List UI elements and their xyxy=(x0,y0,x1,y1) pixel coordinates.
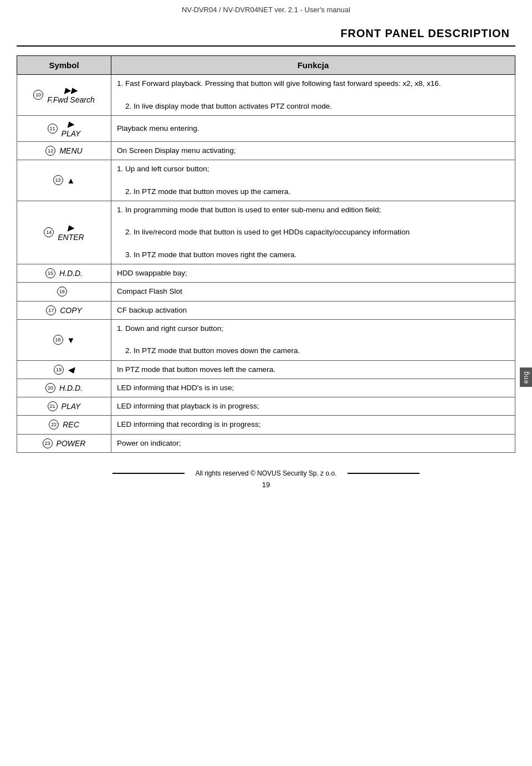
function-text: HDD swappable bay; xyxy=(117,269,187,277)
function-text: 2. In PTZ mode that button moves up the … xyxy=(117,186,509,197)
function-text: 2. In live/record mode that button is us… xyxy=(117,227,509,238)
symbol-cell: 16 xyxy=(17,283,111,301)
function-text: LED informing that playback is in progre… xyxy=(117,402,259,410)
symbol-icon: ◀ xyxy=(68,365,74,375)
footer-line: All rights reserved © NOVUS Security Sp.… xyxy=(0,469,532,477)
function-text: 1. Up and left cursor button; xyxy=(117,164,509,175)
symbol-cell: 14▶ENTER xyxy=(17,201,111,264)
symbol-label: PLAY xyxy=(62,402,81,411)
symbol-cell: 19◀ xyxy=(17,360,111,379)
page-number: 19 xyxy=(0,481,532,489)
symbol-label: ENTER xyxy=(58,233,84,242)
function-cell: CF backup activation xyxy=(111,301,515,319)
circle-number: 11 xyxy=(48,124,58,134)
function-text: LED informing that recording is in progr… xyxy=(117,420,261,428)
function-cell: HDD swappable bay; xyxy=(111,264,515,283)
function-cell: 1. Fast Forward playback. Pressing that … xyxy=(111,75,515,116)
function-text: In PTZ mode that button moves left the c… xyxy=(117,365,275,374)
function-cell: LED informing that playback is in progre… xyxy=(111,397,515,416)
footer-copyright: All rights reserved © NOVUS Security Sp.… xyxy=(196,469,337,477)
section-title: FRONT PANEL DESCRIPTION xyxy=(0,17,532,45)
circle-number: 13 xyxy=(53,175,63,185)
circle-number: 12 xyxy=(45,146,55,156)
symbol-cell: 11▶PLAY xyxy=(17,115,111,141)
function-text: 2. In PTZ mode that button moves down th… xyxy=(117,345,509,356)
table-row: 20H.D.D.LED informing that HDD's is in u… xyxy=(17,379,515,397)
symbol-label: H.D.D. xyxy=(59,269,83,278)
function-text: Playback menu entering. xyxy=(117,124,200,132)
symbol-icon: ▶▶ xyxy=(64,85,78,95)
function-text: 3. In PTZ mode that button moves right t… xyxy=(117,249,509,261)
circle-number: 20 xyxy=(45,383,55,393)
function-text: On Screen Display menu activating; xyxy=(117,146,236,155)
circle-number: 18 xyxy=(53,335,63,345)
function-text: 2. In live display mode that button acti… xyxy=(117,101,509,112)
symbol-cell: 17COPY xyxy=(17,301,111,319)
table-row: 19◀In PTZ mode that button moves left th… xyxy=(17,360,515,379)
circle-number: 15 xyxy=(45,268,55,278)
function-text: CF backup activation xyxy=(117,306,187,314)
main-table-wrapper: Symbol Funkcja 10▶▶F.Fwd Search1. Fast F… xyxy=(17,55,515,453)
function-cell: In PTZ mode that button moves left the c… xyxy=(111,360,515,379)
footer-bar-right xyxy=(347,473,420,474)
symbol-cell: 20H.D.D. xyxy=(17,379,111,397)
symbol-label: H.D.D. xyxy=(59,384,83,392)
function-cell: LED informing that HDD's is in use; xyxy=(111,379,515,397)
top-divider xyxy=(17,45,515,47)
symbol-cell: 18▼ xyxy=(17,319,111,360)
col-function-header: Funkcja xyxy=(111,56,515,75)
symbol-icon: ▶ xyxy=(68,119,74,129)
table-row: 10▶▶F.Fwd Search1. Fast Forward playback… xyxy=(17,75,515,116)
function-text: Power on indicator; xyxy=(117,439,181,447)
circle-number: 21 xyxy=(48,401,58,411)
function-cell: On Screen Display menu activating; xyxy=(111,141,515,160)
symbol-label: POWER xyxy=(57,439,86,448)
symbol-cell: 10▶▶F.Fwd Search xyxy=(17,75,111,116)
symbol-label: REC xyxy=(63,420,79,429)
circle-number: 22 xyxy=(49,420,59,430)
table-row: 15H.D.D.HDD swappable bay; xyxy=(17,264,515,283)
function-cell: LED informing that recording is in progr… xyxy=(111,416,515,434)
symbol-cell: 21PLAY xyxy=(17,397,111,416)
circle-number: 10 xyxy=(33,90,43,100)
table-row: 11▶PLAYPlayback menu entering. xyxy=(17,115,515,141)
function-text: 1. Down and right cursor button; xyxy=(117,323,509,334)
table-row: 16Compact Flash Slot xyxy=(17,283,515,301)
function-cell: 1. In programming mode that button is us… xyxy=(111,201,515,264)
symbol-cell: 23POWER xyxy=(17,434,111,452)
function-cell: Power on indicator; xyxy=(111,434,515,452)
table-row: 12MENUOn Screen Display menu activating; xyxy=(17,141,515,160)
symbol-icon: ▼ xyxy=(67,335,75,345)
symbol-icon: ▶ xyxy=(68,223,74,233)
function-text: Compact Flash Slot xyxy=(117,287,182,295)
function-cell: 1. Up and left cursor button;2. In PTZ m… xyxy=(111,160,515,201)
language-tab: eng xyxy=(520,367,532,387)
table-row: 22RECLED informing that recording is in … xyxy=(17,416,515,434)
function-cell: 1. Down and right cursor button;2. In PT… xyxy=(111,319,515,360)
function-cell: Playback menu entering. xyxy=(111,115,515,141)
table-header-row: Symbol Funkcja xyxy=(17,56,515,75)
circle-number: 19 xyxy=(54,365,64,375)
symbol-cell: 15H.D.D. xyxy=(17,264,111,283)
footer-bar-left xyxy=(112,473,185,474)
function-text: LED informing that HDD's is in use; xyxy=(117,384,234,392)
symbol-cell: 22REC xyxy=(17,416,111,434)
table-row: 21PLAYLED informing that playback is in … xyxy=(17,397,515,416)
function-text: 1. In programming mode that button is us… xyxy=(117,205,509,216)
circle-number: 16 xyxy=(57,287,67,297)
table-row: 18▼1. Down and right cursor button;2. In… xyxy=(17,319,515,360)
symbol-label: F.Fwd Search xyxy=(47,95,94,104)
function-cell: Compact Flash Slot xyxy=(111,283,515,301)
symbol-icon: ▲ xyxy=(67,176,75,185)
table-row: 14▶ENTER1. In programming mode that butt… xyxy=(17,201,515,264)
symbol-label: COPY xyxy=(60,306,82,315)
function-text: 1. Fast Forward playback. Pressing that … xyxy=(117,78,509,89)
symbol-cell: 13▲ xyxy=(17,160,111,201)
symbol-cell: 12MENU xyxy=(17,141,111,160)
page-header: NV-DVR04 / NV-DVR04NET ver. 2.1 - User's… xyxy=(0,0,532,17)
circle-number: 23 xyxy=(43,438,53,448)
page-footer: All rights reserved © NOVUS Security Sp.… xyxy=(0,469,532,489)
header-title: NV-DVR04 / NV-DVR04NET ver. 2.1 - User's… xyxy=(0,0,532,17)
circle-number: 17 xyxy=(46,305,56,315)
col-symbol-header: Symbol xyxy=(17,56,111,75)
